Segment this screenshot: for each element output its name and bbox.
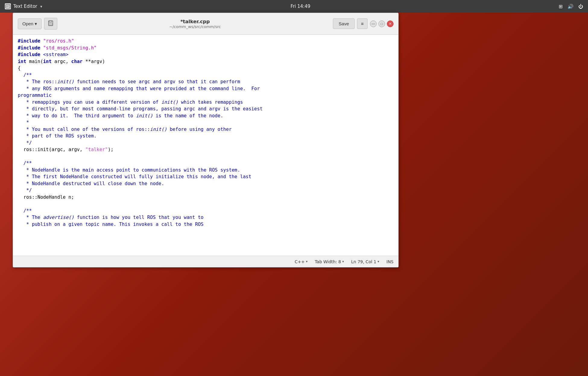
window-controls: — □ ✕ [370,21,394,27]
code-line: ros::init(argc, argv, "talker"); [18,146,394,153]
code-line: */ [18,187,394,194]
code-line: * way to do it. The third argument to in… [18,112,394,119]
code-line: * The first NodeHandle constructed will … [18,173,394,180]
code-line: { [18,65,394,72]
code-line: /** [18,72,394,79]
position-indicator[interactable]: Ln 79, Col 1 ▾ [351,259,379,264]
app-dropdown-arrow[interactable]: ▾ [40,4,43,9]
code-line: #include "std_msgs/String.h" [18,45,394,52]
code-line: * part of the ROS system. [18,133,394,140]
code-line: * any ROS arguments and name remapping t… [18,85,394,92]
open-button[interactable]: Open ▾ [18,18,42,29]
code-line: * publish on a given topic name. This in… [18,221,394,228]
file-path: ~/comm_ws/src/comm/src [169,24,221,29]
tab-arrow: ▾ [342,260,344,264]
file-title: *talker.cpp [169,19,221,24]
code-line: #include "ros/ros.h" [18,38,394,45]
open-arrow: ▾ [35,21,37,27]
toolbar-center: *talker.cpp ~/comm_ws/src/comm/src [169,19,221,29]
svg-rect-5 [49,23,52,25]
tab-width-label: Tab Width: 8 [315,259,341,264]
language-label: C++ [295,259,305,264]
title-bar: Text Editor ▾ Fri 14:49 ⊞ 🔊 ⏻ [0,0,588,13]
open-label: Open [22,21,33,26]
code-line: #include <sstream> [18,51,394,58]
code-line: * NodeHandle destructed will close down … [18,180,394,187]
titlebar-time: Fri 14:49 [290,4,310,9]
menu-button[interactable]: ≡ [357,18,368,29]
code-line: */ [18,140,394,147]
code-line: ros::NodeHandle n; [18,194,394,201]
network-icon: ⊞ [559,4,563,9]
toolbar-right: Save ≡ — □ ✕ [333,18,394,29]
title-bar-left: Text Editor ▾ [5,3,42,9]
editor-toolbar: Open ▾ *talker.cpp ~/comm_ws/src/comm/sr… [13,13,398,35]
language-selector[interactable]: C++ ▾ [295,259,308,264]
svg-rect-0 [6,5,10,8]
ins-indicator: INS [387,259,394,264]
code-line [18,201,394,207]
file-save-icon [48,21,53,26]
app-icon [5,3,11,9]
volume-icon: 🔊 [567,4,574,9]
maximize-button[interactable]: □ [378,21,385,27]
code-line [18,153,394,160]
titlebar-right: ⊞ 🔊 ⏻ [559,4,583,9]
code-line: * [18,119,394,126]
power-icon: ⏻ [578,4,583,9]
editor-content[interactable]: #include "ros/ros.h" #include "std_msgs/… [13,35,398,256]
ins-label: INS [387,259,394,264]
code-line: programmatic [18,92,394,99]
code-line: /** [18,160,394,167]
app-name: Text Editor [13,4,37,9]
code-line: * directly, but for most command-line pr… [18,106,394,112]
save-button[interactable]: Save [333,18,355,29]
code-line: int main(int argc, char **argv) [18,58,394,65]
toolbar-left: Open ▾ [18,18,57,30]
minimize-button[interactable]: — [370,21,377,27]
close-button[interactable]: ✕ [387,21,394,27]
language-arrow: ▾ [306,260,308,264]
code-line: * NodeHandle is the main access point to… [18,167,394,174]
code-line: * The advertise() function is how you te… [18,214,394,221]
tab-width-selector[interactable]: Tab Width: 8 ▾ [315,259,344,264]
code-line: /** [18,207,394,214]
code-line: * remappings you can use a different ver… [18,99,394,106]
position-arrow: ▾ [378,260,379,264]
code-line: * You must call one of the versions of r… [18,126,394,133]
editor-statusbar: C++ ▾ Tab Width: 8 ▾ Ln 79, Col 1 ▾ INS [13,256,398,267]
editor-window: Open ▾ *talker.cpp ~/comm_ws/src/comm/sr… [13,13,399,267]
code-line: * The ros::init() function needs to see … [18,78,394,85]
file-icon-button[interactable] [44,18,57,30]
position-label: Ln 79, Col 1 [351,259,376,264]
